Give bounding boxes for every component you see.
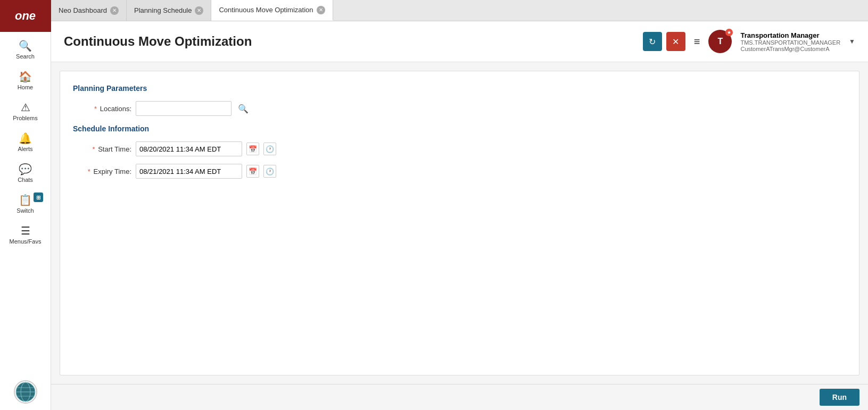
- user-email: CustomerATransMgr@CustomerA: [740, 46, 840, 52]
- locations-search-button[interactable]: 🔍: [236, 101, 251, 116]
- schedule-information-title: Schedule Information: [73, 124, 846, 133]
- sidebar-nav: 🔍 Search 🏠 Home ⚠ Problems 🔔 Alerts 💬 Ch…: [0, 32, 51, 380]
- clock-icon-expiry: 🕐: [266, 168, 274, 175]
- start-time-row: * Start Time: 📅 🕐: [73, 141, 846, 156]
- user-dropdown-arrow[interactable]: ▼: [849, 38, 855, 45]
- search-icon: 🔍: [238, 104, 249, 114]
- sidebar-item-search[interactable]: 🔍 Search: [0, 34, 51, 65]
- start-time-clock-button[interactable]: 🕐: [263, 143, 276, 155]
- search-icon: 🔍: [19, 39, 32, 52]
- header-actions: ↻ ✕ ≡ T ★ Transportation Manager TMS.TRA…: [643, 30, 855, 53]
- sidebar-item-switch[interactable]: 📋 ⊞ Switch: [0, 188, 51, 219]
- app-logo[interactable]: one: [0, 0, 51, 32]
- globe-icon: [15, 381, 36, 403]
- page-header: Continuous Move Optimization ↻ ✕ ≡ T ★ T…: [51, 21, 868, 62]
- user-name: Transportation Manager: [740, 31, 840, 39]
- warning-icon: ⚠: [21, 101, 30, 114]
- sidebar-item-chats[interactable]: 💬 Chats: [0, 157, 51, 188]
- sidebar-item-label-search: Search: [16, 53, 35, 60]
- expiry-time-label: * Expiry Time:: [73, 168, 131, 175]
- chat-icon: 💬: [19, 163, 32, 175]
- start-time-calendar-button[interactable]: 📅: [246, 143, 259, 155]
- required-star-locations: *: [94, 105, 97, 113]
- sidebar-item-label-switch: Switch: [16, 207, 34, 214]
- user-role: TMS.TRANSPORTATION_MANAGER: [740, 39, 840, 46]
- locations-input[interactable]: [136, 101, 232, 116]
- expiry-time-row: * Expiry Time: 📅 🕐: [73, 164, 846, 179]
- sidebar-item-label-problems: Problems: [13, 115, 37, 121]
- tab-label-planning-schedule: Planning Schedule: [134, 6, 192, 14]
- clock-icon: 🕐: [266, 145, 274, 153]
- avatar-initials: T: [718, 37, 723, 46]
- close-icon: ✕: [672, 37, 679, 47]
- planning-parameters-title: Planning Parameters: [73, 84, 846, 93]
- menu-icon: ☰: [21, 224, 30, 237]
- tab-label-neo-dashboard: Neo Dashboard: [59, 6, 107, 14]
- sidebar-item-menus[interactable]: ☰ Menus/Favs: [0, 219, 51, 250]
- calendar-icon: 📅: [249, 145, 257, 153]
- run-button[interactable]: Run: [820, 389, 859, 406]
- start-time-label: * Start Time:: [73, 145, 131, 153]
- start-time-input[interactable]: [136, 141, 242, 156]
- sidebar-item-label-alerts: Alerts: [18, 146, 32, 152]
- page-title: Continuous Move Optimization: [64, 34, 252, 49]
- refresh-button[interactable]: ↻: [643, 32, 662, 51]
- tab-close-neo-dashboard[interactable]: ✕: [110, 6, 119, 15]
- required-star-start: *: [92, 145, 95, 153]
- content-area: Planning Parameters * Locations: 🔍 Sched…: [51, 62, 868, 410]
- bell-icon: 🔔: [19, 132, 32, 145]
- user-info: Transportation Manager TMS.TRANSPORTATIO…: [740, 31, 840, 52]
- tab-label-continuous-move: Continuous Move Optimization: [219, 6, 313, 14]
- refresh-icon: ↻: [649, 37, 656, 47]
- tab-continuous-move[interactable]: Continuous Move Optimization ✕: [211, 0, 333, 21]
- switch-icon: 📋: [19, 194, 32, 206]
- switch-badge: ⊞: [34, 193, 43, 202]
- sidebar-item-label-menus: Menus/Favs: [10, 238, 42, 245]
- globe-button[interactable]: [14, 380, 37, 404]
- home-icon: 🏠: [19, 70, 32, 83]
- tab-close-planning-schedule[interactable]: ✕: [195, 6, 203, 15]
- expiry-time-calendar-button[interactable]: 📅: [246, 165, 259, 178]
- calendar-icon-expiry: 📅: [249, 168, 257, 175]
- main-content: Neo Dashboard ✕ Planning Schedule ✕ Cont…: [51, 0, 868, 410]
- tab-planning-schedule[interactable]: Planning Schedule ✕: [127, 0, 211, 21]
- notification-badge: ★: [725, 29, 733, 36]
- locations-label: * Locations:: [73, 105, 131, 113]
- tab-neo-dashboard[interactable]: Neo Dashboard ✕: [51, 0, 127, 21]
- sidebar-bottom: [14, 380, 37, 404]
- sidebar-item-label-home: Home: [18, 84, 33, 90]
- sidebar-item-label-chats: Chats: [18, 177, 33, 183]
- sidebar-item-alerts[interactable]: 🔔 Alerts: [0, 127, 51, 157]
- logo-text: one: [15, 9, 36, 23]
- sidebar-item-home[interactable]: 🏠 Home: [0, 65, 51, 96]
- tab-close-continuous-move[interactable]: ✕: [317, 6, 325, 14]
- sidebar-item-problems[interactable]: ⚠ Problems: [0, 96, 51, 127]
- locations-row: * Locations: 🔍: [73, 101, 846, 116]
- close-button[interactable]: ✕: [666, 32, 685, 51]
- tab-bar: Neo Dashboard ✕ Planning Schedule ✕ Cont…: [51, 0, 868, 21]
- menu-button[interactable]: ≡: [690, 34, 705, 50]
- required-star-expiry: *: [88, 168, 90, 175]
- sidebar: one 🔍 Search 🏠 Home ⚠ Problems 🔔 Alerts …: [0, 0, 51, 410]
- expiry-time-clock-button[interactable]: 🕐: [263, 165, 276, 178]
- expiry-time-input[interactable]: [136, 164, 242, 179]
- footer-bar: Run: [51, 384, 868, 410]
- form-container: Planning Parameters * Locations: 🔍 Sched…: [60, 71, 859, 375]
